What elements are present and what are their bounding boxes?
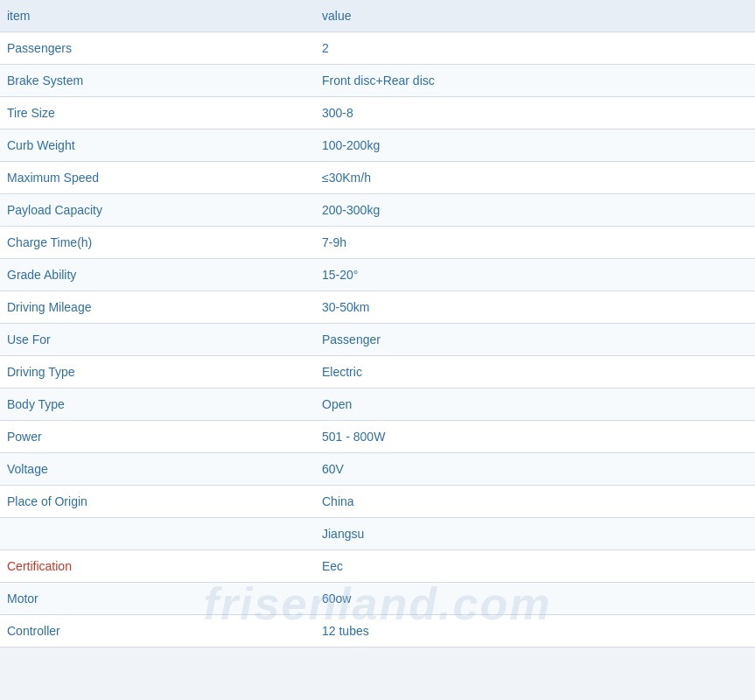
row-item [0, 518, 315, 550]
row-item: Grade Ability [0, 259, 315, 291]
row-value: 100-200kg [315, 130, 755, 162]
table-row: Body TypeOpen [0, 388, 755, 421]
table-row: Motor60ow [0, 583, 755, 615]
row-item: Tire Size [0, 97, 315, 130]
table-row: Passengers2 [0, 32, 755, 65]
row-value: 200-300kg [315, 194, 755, 227]
row-value: 300-8 [315, 97, 755, 130]
row-value: ≤30Km/h [315, 162, 755, 194]
row-item: Passengers [0, 32, 315, 65]
table-row: Driving TypeElectric [0, 356, 755, 388]
row-value: Eec [315, 550, 755, 583]
table-row: Jiangsu [0, 518, 755, 550]
row-item: Payload Capacity [0, 194, 315, 227]
row-item: Charge Time(h) [0, 227, 315, 259]
spec-table-container: item value Passengers2Brake SystemFront … [0, 0, 755, 648]
header-value: value [315, 0, 755, 32]
row-value: 12 tubes [315, 615, 755, 648]
spec-table: item value Passengers2Brake SystemFront … [0, 0, 755, 648]
table-row: Curb Weight100-200kg [0, 130, 755, 162]
row-item: Place of Origin [0, 486, 315, 518]
row-item: Use For [0, 324, 315, 356]
row-item: Motor [0, 583, 315, 615]
row-item: Power [0, 421, 315, 453]
row-item: Certification [0, 550, 315, 583]
table-row: Maximum Speed≤30Km/h [0, 162, 755, 194]
table-row: Brake SystemFront disc+Rear disc [0, 65, 755, 97]
table-row: Grade Ability15-20° [0, 259, 755, 291]
table-row: Payload Capacity200-300kg [0, 194, 755, 227]
row-item: Driving Type [0, 356, 315, 388]
table-row: Charge Time(h)7-9h [0, 227, 755, 259]
row-value: 7-9h [315, 227, 755, 259]
table-header-row: item value [0, 0, 755, 32]
row-value: Open [315, 388, 755, 421]
table-row: Place of OriginChina [0, 486, 755, 518]
row-value: Front disc+Rear disc [315, 65, 755, 97]
table-row: Power501 - 800W [0, 421, 755, 453]
table-row: Tire Size300-8 [0, 97, 755, 130]
row-value: Electric [315, 356, 755, 388]
row-value: 15-20° [315, 259, 755, 291]
row-value: 30-50km [315, 291, 755, 324]
table-row: Voltage60V [0, 453, 755, 486]
table-row: CertificationEec [0, 550, 755, 583]
row-item: Voltage [0, 453, 315, 486]
table-row: Use ForPassenger [0, 324, 755, 356]
row-item: Controller [0, 615, 315, 648]
row-value: China [315, 486, 755, 518]
table-row: Controller12 tubes [0, 615, 755, 648]
row-item: Brake System [0, 65, 315, 97]
row-value: 60V [315, 453, 755, 486]
row-item: Curb Weight [0, 130, 315, 162]
row-value: Jiangsu [315, 518, 755, 550]
table-row: Driving Mileage30-50km [0, 291, 755, 324]
row-value: 501 - 800W [315, 421, 755, 453]
row-item: Body Type [0, 388, 315, 421]
row-value: 2 [315, 32, 755, 65]
row-item: Driving Mileage [0, 291, 315, 324]
table-body: Passengers2Brake SystemFront disc+Rear d… [0, 32, 755, 648]
row-item: Maximum Speed [0, 162, 315, 194]
row-value: 60ow [315, 583, 755, 615]
row-value: Passenger [315, 324, 755, 356]
header-item: item [0, 0, 315, 32]
